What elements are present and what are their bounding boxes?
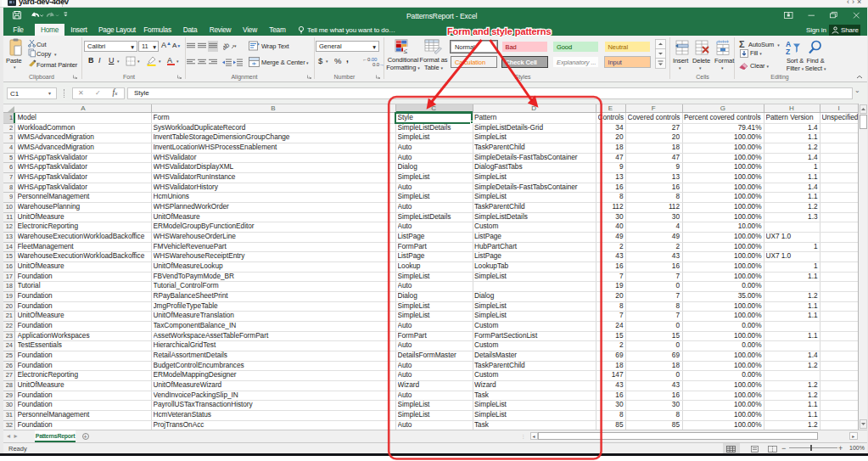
svg-text:Form and style patterns: Form and style patterns (447, 26, 551, 37)
